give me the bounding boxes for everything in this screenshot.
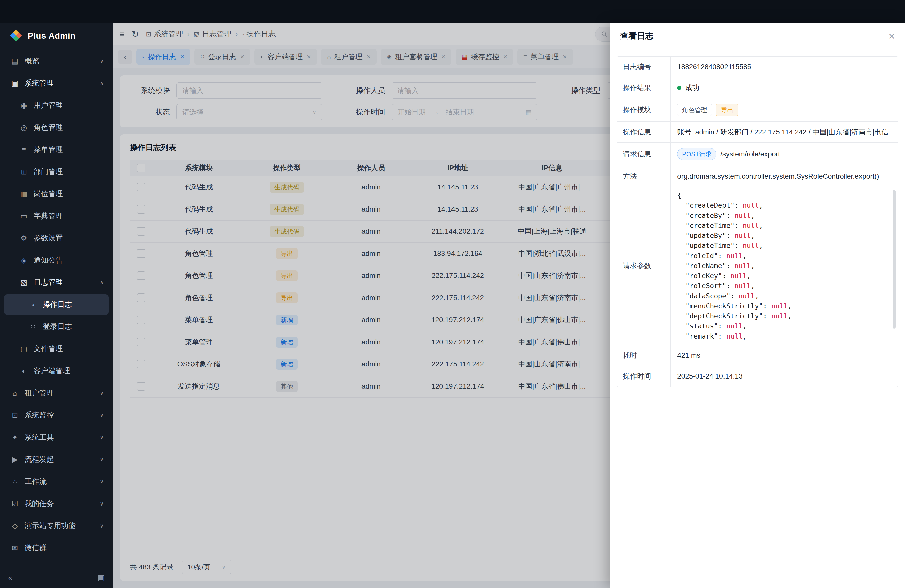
sidebar-menu: ▤概览∨▣系统管理∧◉用户管理◎角色管理≡菜单管理⊞部门管理▥岗位管理▭字典管理… [0,48,113,567]
drawer-body: 日志编号 1882612840802115585 操作结果 成功 操作模块 角色… [610,49,905,588]
user-icon: ◉ [18,101,30,110]
detail-row-method: 方法 org.dromara.system.controller.system.… [618,166,898,187]
sidebar-item-label: 日志管理 [34,277,63,288]
tenant-icon: ⌂ [9,389,21,397]
overview-icon: ▤ [9,57,21,65]
sidebar-item-label: 操作日志 [43,300,72,310]
sidebar-item-label: 我的任务 [25,499,54,509]
system-icon: ▣ [9,79,21,87]
sidebar-item-system-management[interactable]: ▣系统管理∧ [4,73,109,94]
detail-row-module: 操作模块 角色管理 导出 [618,99,898,122]
sidebar-item-label: 参数设置 [34,233,63,243]
sidebar-item-system-monitor[interactable]: ⊡系统监控∨ [4,405,109,426]
time-value: 2025-01-24 10:14:13 [671,366,898,386]
sidebar-item-label: 字典管理 [34,211,63,221]
sidebar-item-label: 租户管理 [25,388,54,398]
app-title: Plus Admin [28,31,76,41]
sidebar-item-operation-log[interactable]: ▫操作日志 [4,294,109,315]
chevron-down-icon: ∨ [97,478,103,485]
detail-row-info: 操作信息 账号: admin / 研发部门 / 222.175.114.242 … [618,122,898,143]
sidebar-item-tenant-management[interactable]: ⌂租户管理∨ [4,383,109,404]
sidebar-item-workflow[interactable]: ∴工作流∨ [4,471,109,492]
chevron-down-icon: ∨ [97,390,103,396]
sidebar-item-label: 岗位管理 [34,189,63,199]
post-method-tag: POST请求 [677,148,716,160]
sidebar-item-label: 通知公告 [34,255,63,265]
sidebar-item-param-settings[interactable]: ⚙参数设置 [4,228,109,248]
chevron-down-icon: ∨ [97,434,103,440]
file-icon: ▢ [18,345,30,353]
sidebar-item-dict-management[interactable]: ▭字典管理 [4,206,109,226]
chevron-down-icon: ∨ [97,523,103,529]
login-log-icon: ∷ [27,323,39,331]
menu-icon: ≡ [18,146,30,154]
json-line: "roleKey": null, [677,271,887,281]
sidebar-item-label: 演示站专用功能 [25,521,76,531]
detail-row-log-id: 日志编号 1882612840802115585 [618,57,898,78]
sidebar-item-login-log[interactable]: ∷登录日志 [4,316,109,337]
tools-icon: ✦ [9,433,21,442]
close-drawer-icon[interactable]: × [888,31,895,42]
pin-sidebar-icon[interactable]: ▣ [98,573,105,582]
sidebar-item-label: 系统工具 [25,432,54,442]
success-dot-icon [677,86,681,90]
chevron-down-icon: ∨ [97,58,103,64]
collapse-sidebar-icon[interactable]: « [8,574,12,582]
sidebar-item-wechat-group[interactable]: ✉微信群 [4,538,109,558]
detail-row-duration: 耗时 421 ms [618,345,898,366]
sidebar-item-my-tasks[interactable]: ☑我的任务∨ [4,493,109,514]
tasks-icon: ☑ [9,499,21,508]
json-line: "deptCheckStrictly": null, [677,311,887,321]
sidebar-item-dept-management[interactable]: ⊞部门管理 [4,162,109,182]
sidebar-item-post-management[interactable]: ▥岗位管理 [4,184,109,204]
sidebar-item-process-start[interactable]: ▶流程发起∨ [4,449,109,470]
logo-icon [9,29,23,43]
json-line: { [677,191,887,200]
drawer-title: 查看日志 [620,30,653,42]
sidebar-item-notice[interactable]: ◈通知公告 [4,250,109,271]
log-detail-table: 日志编号 1882612840802115585 操作结果 成功 操作模块 角色… [617,56,898,387]
chevron-down-icon: ∨ [97,412,103,418]
chevron-down-icon: ∨ [97,456,103,462]
code-scrollbar-thumb[interactable] [893,190,896,329]
app-logo[interactable]: Plus Admin [0,23,113,48]
sidebar-item-label: 微信群 [25,543,46,553]
post-icon: ▥ [18,190,30,198]
params-value: { "createDept": null, "createBy": null, … [671,187,898,345]
sidebar-item-label: 流程发起 [25,455,54,464]
sidebar-item-client-management[interactable]: ◐客户端管理 [4,361,109,381]
sidebar-item-label: 部门管理 [34,167,63,177]
sidebar-item-label: 菜单管理 [34,145,63,155]
operation-log-icon: ▫ [27,300,39,309]
operation-type-tag: 导出 [716,104,738,116]
chevron-down-icon: ∨ [97,501,103,507]
sidebar-item-overview[interactable]: ▤概览∨ [4,51,109,72]
detail-row-time: 操作时间 2025-01-24 10:14:13 [618,366,898,386]
sidebar-item-demo-features[interactable]: ◇演示站专用功能∨ [4,516,109,536]
json-line: "updateBy": null, [677,230,887,241]
module-value: 角色管理 导出 [671,99,898,121]
sidebar-item-role-management[interactable]: ◎角色管理 [4,117,109,138]
dictionary-icon: ▭ [18,212,30,220]
json-line: "roleSort": null, [677,281,887,291]
json-line: "updateTime": null, [677,241,887,251]
sidebar-item-label: 系统管理 [25,78,54,88]
json-line: "dataScope": null, [677,291,887,301]
log-id-value: 1882612840802115585 [671,57,898,77]
chevron-up-icon: ∧ [97,280,103,286]
sidebar-item-system-tools[interactable]: ✦系统工具∨ [4,427,109,448]
role-icon: ◎ [18,123,30,132]
sidebar-item-label: 用户管理 [34,100,63,110]
request-params-code[interactable]: { "createDept": null, "createBy": null, … [677,191,887,341]
sidebar-item-log-management[interactable]: ▧日志管理∧ [4,272,109,293]
view-log-drawer: 查看日志 × 日志编号 1882612840802115585 操作结果 成功 … [610,23,905,588]
sidebar: Plus Admin ▤概览∨▣系统管理∧◉用户管理◎角色管理≡菜单管理⊞部门管… [0,23,113,588]
page: Plus Admin ▤概览∨▣系统管理∧◉用户管理◎角色管理≡菜单管理⊞部门管… [0,0,905,588]
sidebar-item-label: 客户端管理 [34,366,70,376]
monitor-icon: ⊡ [9,411,21,420]
sidebar-item-label: 概览 [25,56,39,66]
detail-row-params: 请求参数 { "createDept": null, "createBy": n… [618,187,898,345]
sidebar-item-user-management[interactable]: ◉用户管理 [4,95,109,116]
sidebar-item-menu-management[interactable]: ≡菜单管理 [4,139,109,160]
sidebar-item-file-management[interactable]: ▢文件管理 [4,338,109,359]
